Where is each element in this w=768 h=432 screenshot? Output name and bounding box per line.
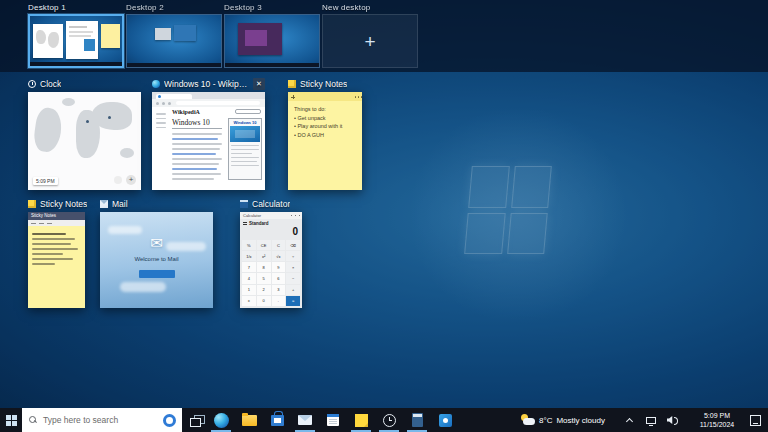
new-note-icon (291, 95, 295, 99)
note-line: Things to do: (294, 105, 359, 114)
wikipedia-wordmark: WikipediA (172, 109, 200, 115)
window-controls (299, 215, 300, 216)
envelope-icon (100, 234, 213, 252)
desktop-1-thumbnail[interactable] (28, 14, 124, 68)
favicon (158, 95, 161, 98)
sticky-list-lines (28, 229, 85, 268)
network-status-button[interactable] (642, 408, 660, 432)
calc-key: 8 (257, 262, 271, 272)
mini-taskbar (225, 63, 319, 67)
sticky-notes-icon (28, 200, 36, 208)
start-button[interactable] (0, 408, 22, 432)
article-title: Windows 10 (172, 118, 222, 129)
calc-key: 7 (242, 262, 256, 272)
chevron-up-icon (626, 417, 633, 424)
calculator-card-title: Calculator (240, 198, 302, 210)
tray-date: 11/15/2024 (692, 420, 742, 429)
microsoft-store-icon (271, 415, 284, 426)
map-pin (108, 116, 111, 119)
taskbar-clock[interactable]: 5:09 PM 11/15/2024 (692, 408, 742, 432)
desktop-1-label: Desktop 1 (28, 3, 66, 12)
calc-key: % (242, 240, 256, 250)
wiki-sidebar (154, 110, 168, 131)
edge-icon (214, 413, 229, 428)
wiki-infobox: Windows 10 (228, 118, 262, 180)
clock-card-label: Clock (40, 79, 61, 89)
calc-key: 5 (257, 273, 271, 283)
mini-taskbar (30, 62, 122, 66)
weather-desc: Mostly cloudy (556, 416, 604, 425)
calculator-display: 0 (292, 226, 298, 237)
note-line: • Play around with it (294, 122, 359, 131)
search-icon (29, 416, 37, 424)
calculator-titlebar: Calculator (240, 212, 302, 219)
note-line: • Get unpack (294, 114, 359, 123)
sticky-note-thumbnail[interactable]: Things to do:• Get unpack• Play around w… (288, 92, 362, 190)
taskbar-edge-button[interactable] (208, 408, 234, 432)
calculator-keypad: %CEC⌫1/xx²√x÷789×456−123+±0.= (242, 240, 300, 306)
calc-key: √x (272, 251, 286, 261)
plus-icon: + (364, 32, 375, 51)
cortana-icon[interactable] (163, 414, 176, 427)
sticky-list-card-title: Sticky Notes (28, 198, 88, 210)
url-field (176, 101, 260, 105)
taskbar-photos-button[interactable] (432, 408, 458, 432)
network-icon (646, 417, 656, 424)
calc-key: 2 (257, 285, 271, 295)
browser-address-bar (152, 99, 265, 107)
show-hidden-icons-button[interactable] (620, 408, 638, 432)
sticky-notes-card-title: Sticky Notes (288, 78, 362, 90)
taskbar-calculator-button[interactable] (404, 408, 430, 432)
calendar-icon (327, 414, 339, 426)
calc-key: . (272, 296, 286, 306)
map-pin (86, 120, 89, 123)
desktop-2-label: Desktop 2 (126, 3, 164, 12)
calc-key: 0 (257, 296, 271, 306)
calculator-window-thumbnail[interactable]: Calculator Standard 0 %CEC⌫1/xx²√x÷789×4… (240, 212, 302, 308)
clock-window-thumbnail[interactable]: 5:09 PM (28, 92, 141, 190)
mail-window-thumbnail[interactable]: Welcome to Mail (100, 212, 213, 308)
taskbar-sticky-notes-button[interactable] (348, 408, 374, 432)
photos-icon (439, 414, 452, 427)
clock-icon (28, 80, 36, 88)
new-desktop-button[interactable]: + (322, 14, 418, 68)
calc-key: − (286, 273, 300, 283)
taskbar-file-explorer-button[interactable] (236, 408, 262, 432)
desktop-2-thumbnail[interactable] (126, 14, 222, 68)
mini-window (155, 28, 171, 40)
weather-widget[interactable]: 8°C Mostly cloudy (520, 408, 605, 432)
action-center-button[interactable] (746, 408, 764, 432)
sticky-list-card-label: Sticky Notes (40, 199, 87, 209)
wikipedia-window-thumbnail[interactable]: WikipediA Windows 10 Windows 10 (152, 92, 265, 190)
sticky-list-thumbnail[interactable]: Sticky Notes (28, 212, 85, 308)
infobox-heading: Windows 10 (230, 120, 260, 125)
taskbar-mail-button[interactable] (292, 408, 318, 432)
calc-key: x² (257, 251, 271, 261)
calc-key: = (286, 296, 300, 306)
hamburger-icon (243, 222, 247, 225)
windows-start-icon (6, 415, 17, 426)
mail-welcome-text: Welcome to Mail (100, 256, 213, 262)
calc-key: 1 (242, 285, 256, 295)
tray-time: 5:09 PM (692, 411, 742, 420)
weather-temp: 8°C (539, 416, 552, 425)
calc-key: ± (242, 296, 256, 306)
task-view-button[interactable] (184, 408, 208, 432)
taskbar-calendar-button[interactable] (320, 408, 346, 432)
mini-window (238, 23, 282, 55)
wikipedia-card-title: Windows 10 - Wikipedia... ✕ (152, 78, 265, 90)
mail-action-button (139, 270, 175, 278)
edge-icon (152, 80, 160, 88)
windows-task-view: Desktop 1 Desktop 2 Desktop 3 New deskto… (0, 0, 768, 432)
taskbar-search[interactable]: Type here to search (22, 408, 182, 432)
calc-key: + (286, 285, 300, 295)
mini-taskbar (127, 63, 221, 67)
desktop-3-thumbnail[interactable] (224, 14, 320, 68)
taskbar-store-button[interactable] (264, 408, 290, 432)
taskbar-clock-button[interactable] (376, 408, 402, 432)
infobox-screenshot (230, 126, 260, 142)
calc-key: × (286, 262, 300, 272)
close-window-button[interactable]: ✕ (253, 78, 265, 90)
calculator-card-label: Calculator (252, 199, 290, 209)
volume-button[interactable] (664, 408, 682, 432)
